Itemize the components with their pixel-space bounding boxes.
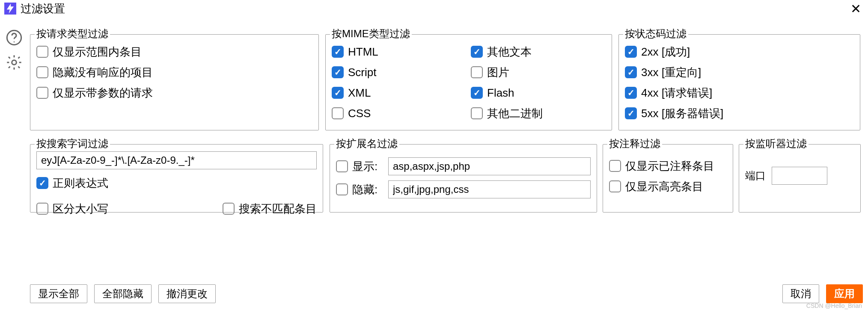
apply-button[interactable]: 应用 xyxy=(826,284,863,303)
cancel-button[interactable]: 取消 xyxy=(782,284,819,303)
group-file-extension: 按扩展名过滤 显示: 隐藏: xyxy=(330,144,597,213)
watermark: CSDN @Hello_Brian xyxy=(806,302,862,309)
group-listener: 按监听器过滤 端口 xyxy=(739,144,861,213)
group-title: 按监听器过滤 xyxy=(743,137,809,151)
ext-hide-input[interactable] xyxy=(388,180,591,198)
group-title: 按状态码过滤 xyxy=(623,27,688,41)
help-icon[interactable] xyxy=(6,29,23,46)
chk-mime-html[interactable]: HTML xyxy=(332,41,467,62)
chk-mime-other-binary[interactable]: 其他二进制 xyxy=(471,103,606,124)
chk-highlighted-only[interactable]: 仅显示高亮条目 xyxy=(609,176,727,197)
chk-status-5xx[interactable]: 5xx [服务器错误] xyxy=(625,103,854,124)
group-title: 按请求类型过滤 xyxy=(35,27,110,41)
search-pattern-input[interactable] xyxy=(36,151,317,169)
group-mime-type: 按MIME类型过滤 HTML 其他文本 Script 图片 XML Flash … xyxy=(325,34,612,130)
group-search-term: 按搜索字词过滤 正则表达式 区分大小写 搜索不匹配条目 xyxy=(30,144,323,213)
group-title: 按扩展名过滤 xyxy=(334,137,399,151)
chk-mime-xml[interactable]: XML xyxy=(332,83,467,103)
ext-show-input[interactable] xyxy=(388,157,591,175)
svg-point-2 xyxy=(12,60,17,65)
chk-mime-image[interactable]: 图片 xyxy=(471,62,606,83)
port-input[interactable] xyxy=(772,167,827,185)
chk-mime-css[interactable]: CSS xyxy=(332,103,467,124)
show-all-button[interactable]: 显示全部 xyxy=(30,284,87,303)
chk-params-only[interactable]: 仅显示带参数的请求 xyxy=(36,83,312,103)
group-title: 按注释过滤 xyxy=(607,137,662,151)
chk-mime-script[interactable]: Script xyxy=(332,62,467,83)
group-status-code: 按状态码过滤 2xx [成功] 3xx [重定向] 4xx [请求错误] 5xx… xyxy=(618,34,860,130)
group-request-type: 按请求类型过滤 仅显示范围内条目 隐藏没有响应的项目 仅显示带参数的请求 xyxy=(30,34,319,130)
chk-commented-only[interactable]: 仅显示已注释条目 xyxy=(609,156,727,176)
chk-ext-show[interactable]: 显示: xyxy=(336,159,384,174)
chk-case-sensitive[interactable]: 区分大小写 xyxy=(36,198,108,219)
port-label: 端口 xyxy=(745,169,766,183)
group-title: 按搜索字词过滤 xyxy=(35,137,110,151)
chk-hide-no-response[interactable]: 隐藏没有响应的项目 xyxy=(36,62,312,83)
chk-ext-hide[interactable]: 隐藏: xyxy=(336,182,384,197)
chk-status-3xx[interactable]: 3xx [重定向] xyxy=(625,62,854,83)
chk-negative-search[interactable]: 搜索不匹配条目 xyxy=(223,198,317,219)
group-annotation: 按注释过滤 仅显示已注释条目 仅显示高亮条目 xyxy=(603,144,733,213)
chk-mime-other-text[interactable]: 其他文本 xyxy=(471,41,606,62)
group-title: 按MIME类型过滤 xyxy=(330,27,412,41)
svg-point-1 xyxy=(14,41,15,43)
app-icon xyxy=(4,3,16,15)
chk-scope-only[interactable]: 仅显示范围内条目 xyxy=(36,41,312,62)
revert-button[interactable]: 撤消更改 xyxy=(158,284,216,303)
hide-all-button[interactable]: 全部隐藏 xyxy=(94,284,152,303)
window-title: 过滤设置 xyxy=(21,1,65,16)
chk-regex[interactable]: 正则表达式 xyxy=(36,173,317,193)
chk-status-4xx[interactable]: 4xx [请求错误] xyxy=(625,83,854,103)
chk-status-2xx[interactable]: 2xx [成功] xyxy=(625,41,854,62)
chk-mime-flash[interactable]: Flash xyxy=(471,83,606,103)
gear-icon[interactable] xyxy=(6,54,23,71)
close-button[interactable]: ✕ xyxy=(848,1,864,16)
